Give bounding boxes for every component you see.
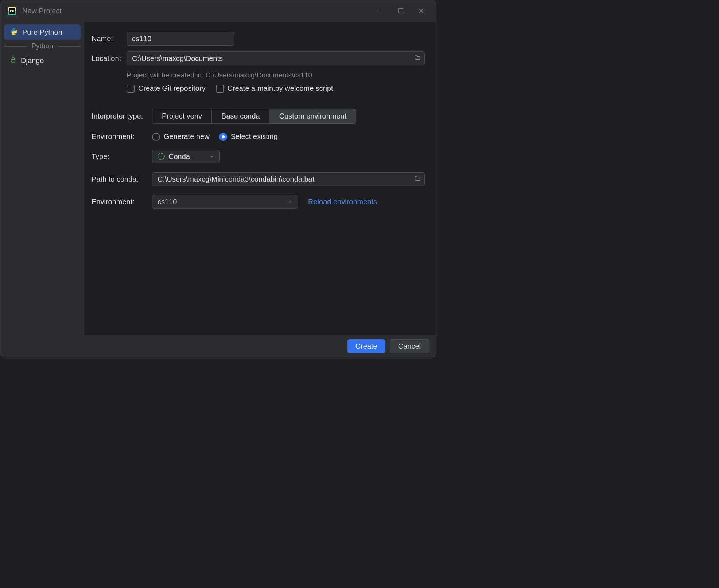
svg-rect-6 xyxy=(399,9,403,13)
environment-value: cs110 xyxy=(158,198,177,206)
environment-select[interactable]: cs110 xyxy=(152,195,298,209)
checkbox-box xyxy=(216,85,224,93)
environment-select-label: Environment: xyxy=(92,198,152,206)
create-button[interactable]: Create xyxy=(347,339,385,353)
checkbox-label: Create a main.py welcome script xyxy=(228,84,333,93)
radio-generate-new[interactable]: Generate new xyxy=(152,132,210,141)
app-icon: PC xyxy=(8,7,16,15)
radio-circle xyxy=(152,133,160,141)
checkbox-label: Create Git repository xyxy=(138,84,206,93)
sidebar-item-pure-python[interactable]: Pure Python xyxy=(4,24,81,40)
seg-base-conda[interactable]: Base conda xyxy=(212,109,270,123)
radio-label: Select existing xyxy=(231,132,278,141)
sidebar-group-label: Python xyxy=(0,40,84,53)
svg-text:PC: PC xyxy=(10,9,15,13)
cancel-button[interactable]: Cancel xyxy=(390,339,429,353)
chevron-down-icon xyxy=(287,198,292,206)
seg-custom-environment[interactable]: Custom environment xyxy=(270,109,356,123)
chevron-down-icon xyxy=(209,152,214,161)
conda-path-input[interactable] xyxy=(152,172,425,186)
footer: Create Cancel xyxy=(0,335,436,357)
git-checkbox[interactable]: Create Git repository xyxy=(127,84,206,93)
interpreter-type-label: Interpreter type: xyxy=(92,112,152,120)
checkbox-box xyxy=(127,85,135,93)
main-panel: Name: Location: Project will be created … xyxy=(84,22,436,335)
close-button[interactable] xyxy=(417,7,425,15)
window-title: New Project xyxy=(22,7,376,15)
type-value: Conda xyxy=(168,152,190,161)
welcome-script-checkbox[interactable]: Create a main.py welcome script xyxy=(216,84,333,93)
python-icon xyxy=(10,27,18,37)
svg-rect-9 xyxy=(11,59,15,62)
window-controls xyxy=(376,7,430,15)
seg-project-venv[interactable]: Project venv xyxy=(152,109,212,123)
minimize-button[interactable] xyxy=(376,7,385,15)
sidebar-item-label: Django xyxy=(21,57,44,65)
folder-icon[interactable] xyxy=(414,175,421,183)
titlebar: PC New Project xyxy=(0,0,436,22)
sidebar-item-label: Pure Python xyxy=(22,28,62,36)
type-select[interactable]: Conda xyxy=(152,150,220,163)
sidebar: Pure Python Python Django xyxy=(0,22,84,335)
radio-circle xyxy=(219,133,227,141)
folder-icon[interactable] xyxy=(414,54,421,62)
lock-icon xyxy=(10,57,16,65)
radio-label: Generate new xyxy=(164,132,210,141)
location-input[interactable] xyxy=(127,51,425,65)
environment-label: Environment: xyxy=(92,132,152,141)
sidebar-item-django[interactable]: Django xyxy=(4,53,81,68)
conda-path-label: Path to conda: xyxy=(92,175,152,183)
maximize-button[interactable] xyxy=(396,7,405,15)
name-label: Name: xyxy=(92,35,127,43)
type-label: Type: xyxy=(92,152,152,161)
interpreter-type-segment: Project venv Base conda Custom environme… xyxy=(152,109,356,124)
radio-select-existing[interactable]: Select existing xyxy=(219,132,278,141)
reload-environments-link[interactable]: Reload environments xyxy=(308,198,377,206)
name-input[interactable] xyxy=(127,32,234,46)
location-help-text: Project will be created in: C:\Users\max… xyxy=(127,71,425,79)
location-label: Location: xyxy=(92,54,127,63)
conda-icon xyxy=(158,153,165,160)
